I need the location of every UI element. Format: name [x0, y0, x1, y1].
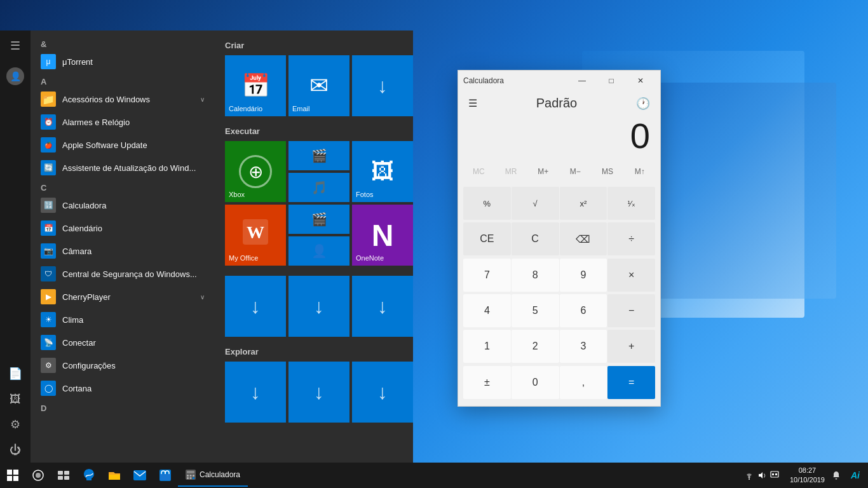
- mminus-button[interactable]: M−: [560, 161, 591, 182]
- app-acessorios[interactable]: 📁 Acessórios do Windows ∨: [31, 88, 215, 111]
- app-cortana[interactable]: ◯ Cortana: [31, 377, 215, 400]
- app-calculadora[interactable]: 🔢 Calculadora: [31, 194, 215, 217]
- network-icon[interactable]: [744, 470, 754, 480]
- calc-display: 0: [458, 113, 660, 159]
- tile-download-1[interactable]: ↓: [352, 55, 413, 116]
- tile-fotos[interactable]: 🖼 Fotos: [352, 141, 413, 202]
- store-taskbar[interactable]: [153, 463, 178, 488]
- tile-onenote-label: OneNote: [356, 254, 384, 262]
- ce-button[interactable]: CE: [463, 222, 511, 255]
- tile-email[interactable]: ✉ Email: [288, 55, 349, 116]
- ms-button[interactable]: MS: [592, 161, 623, 182]
- eight-button[interactable]: 8: [512, 259, 559, 292]
- system-tray: [739, 470, 785, 480]
- nine-button[interactable]: 9: [560, 259, 607, 292]
- notification-icon[interactable]: [830, 463, 843, 488]
- explorar2-icon: ↓: [314, 381, 324, 404]
- sidebar-power-icon[interactable]: ⏻: [0, 437, 31, 463]
- cortana-button[interactable]: [25, 463, 51, 488]
- user-avatar[interactable]: 👤: [0, 64, 31, 89]
- square-button[interactable]: x²: [560, 187, 607, 220]
- app-central[interactable]: 🛡 Central de Segurança do Windows...: [31, 262, 215, 285]
- tile-musica[interactable]: 🎵: [288, 173, 349, 202]
- tile-download-4[interactable]: ↓: [352, 276, 413, 337]
- divide-button[interactable]: ÷: [607, 222, 655, 255]
- svg-rect-14: [190, 475, 192, 477]
- six-button[interactable]: 6: [560, 294, 607, 327]
- tile-cam3[interactable]: 👤: [288, 236, 349, 266]
- calculadora-icon: 🔢: [41, 198, 56, 213]
- app-apple[interactable]: 🍎 Apple Software Update: [31, 133, 215, 156]
- file-explorer-taskbar[interactable]: [102, 463, 127, 488]
- equals-button[interactable]: =: [607, 366, 655, 399]
- app-configuracoes[interactable]: ⚙ Configurações: [31, 354, 215, 377]
- central-icon: 🛡: [41, 266, 56, 281]
- tile-download-3[interactable]: ↓: [288, 276, 349, 337]
- hamburger-menu-icon[interactable]: ☰: [0, 33, 31, 58]
- tile-calendario-label: Calendário: [229, 105, 262, 112]
- mail-taskbar[interactable]: [127, 463, 153, 488]
- backspace-button[interactable]: ⌫: [560, 222, 607, 255]
- mup-button[interactable]: M↑: [624, 161, 655, 182]
- sidebar-documents-icon[interactable]: 📄: [0, 361, 31, 386]
- tile-explorar-3[interactable]: ↓: [352, 362, 413, 423]
- app-conectar[interactable]: 📡 Conectar: [31, 331, 215, 354]
- tile-calendario[interactable]: 📅 Calendário: [225, 55, 286, 116]
- tile-explorar-2[interactable]: ↓: [288, 362, 349, 423]
- minimize-button[interactable]: —: [567, 71, 597, 91]
- percent-button[interactable]: %: [463, 187, 511, 220]
- app-calendario[interactable]: 📅 Calendário: [31, 217, 215, 240]
- seven-button[interactable]: 7: [463, 259, 511, 292]
- tile-download-2[interactable]: ↓: [225, 276, 286, 337]
- calculator-taskbar-button[interactable]: Calculadora: [178, 464, 248, 487]
- plusminus-button[interactable]: ±: [463, 366, 511, 399]
- one-button[interactable]: 1: [463, 330, 511, 363]
- window-controls: — □ ✕: [567, 71, 655, 91]
- sqrt-button[interactable]: √: [512, 187, 559, 220]
- tile-onenote[interactable]: N OneNote: [352, 205, 413, 266]
- musica-icon: 🎵: [311, 180, 327, 195]
- close-button[interactable]: ✕: [626, 71, 655, 91]
- minus-button[interactable]: −: [607, 294, 655, 327]
- mplus-button[interactable]: M+: [527, 161, 559, 182]
- tile-filmes[interactable]: 🎬: [288, 141, 349, 170]
- tile-xbox[interactable]: ⊕ Xbox: [225, 141, 286, 202]
- start-button[interactable]: [0, 463, 25, 488]
- four-button[interactable]: 4: [463, 294, 511, 327]
- five-button[interactable]: 5: [512, 294, 559, 327]
- zero-button[interactable]: 0: [512, 366, 559, 399]
- plus-button[interactable]: +: [607, 330, 655, 363]
- app-assistente[interactable]: 🔄 Assistente de Atualização do Wind...: [31, 156, 215, 179]
- sidebar-settings-icon[interactable]: ⚙: [0, 412, 31, 437]
- app-camera[interactable]: 📷 Câmara: [31, 240, 215, 262]
- app-alarmes[interactable]: ⏰ Alarmes e Relógio: [31, 111, 215, 133]
- tile-xbox-label: Xbox: [229, 191, 245, 198]
- taskbar-clock[interactable]: 08:27 10/10/2019: [785, 466, 830, 485]
- tile-cam2[interactable]: 🎬: [288, 205, 349, 234]
- calc-menu-icon[interactable]: ☰: [468, 97, 477, 109]
- edge-taskbar[interactable]: [76, 463, 102, 488]
- task-view-button[interactable]: [51, 463, 76, 488]
- tile-myoffice[interactable]: W My Office: [225, 205, 286, 266]
- decimal-button[interactable]: ,: [560, 366, 607, 399]
- mr-button[interactable]: MR: [496, 161, 527, 182]
- inverse-button[interactable]: ¹⁄ₓ: [607, 187, 655, 220]
- sidebar-photos-icon[interactable]: 🖼: [0, 386, 31, 412]
- tile-explorar-1[interactable]: ↓: [225, 362, 286, 423]
- history-icon[interactable]: 🕐: [636, 97, 650, 111]
- ai-button[interactable]: Ai: [843, 463, 868, 488]
- fotos-tile-icon: 🖼: [371, 158, 394, 185]
- two-button[interactable]: 2: [512, 330, 559, 363]
- maximize-button[interactable]: □: [597, 71, 626, 91]
- c-button[interactable]: C: [512, 222, 559, 255]
- sidebar-bottom: 📄 🖼 ⚙ ⏻: [0, 361, 31, 463]
- volume-icon[interactable]: [757, 470, 767, 480]
- app-clima[interactable]: ☀ Clima: [31, 308, 215, 331]
- app-utorrent[interactable]: μ μTorrent: [31, 50, 215, 73]
- mc-button[interactable]: MC: [463, 161, 494, 182]
- three-button[interactable]: 3: [560, 330, 607, 363]
- multiply-button[interactable]: ×: [607, 259, 655, 292]
- app-cherry[interactable]: ▶ CherryPlayer ∨: [31, 285, 215, 308]
- calc-title: Calculadora: [463, 76, 567, 85]
- action-center-icon[interactable]: [770, 470, 780, 480]
